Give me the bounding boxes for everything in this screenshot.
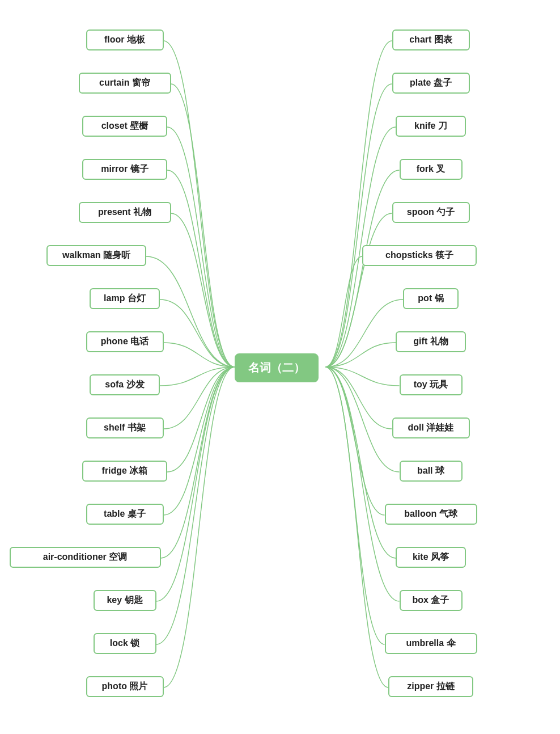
node-plate: plate 盘子 [392, 73, 470, 94]
node-umbrella: umbrella 伞 [385, 633, 477, 654]
node-chopsticks: chopsticks 筷子 [362, 245, 477, 266]
node-table: table 桌子 [86, 504, 164, 525]
node-fork: fork 叉 [400, 159, 463, 180]
node-present: present 礼物 [79, 202, 171, 223]
node-air-conditioner: air-conditioner 空调 [10, 547, 161, 568]
node-sofa: sofa 沙发 [90, 374, 160, 395]
node-chart: chart 图表 [392, 29, 470, 50]
node-photo: photo 照片 [86, 676, 164, 697]
node-ball: ball 球 [400, 461, 463, 482]
center-node: 名词（二） [235, 353, 319, 382]
node-phone: phone 电话 [86, 331, 164, 352]
node-closet: closet 壁橱 [82, 116, 167, 137]
node-kite: kite 风筝 [396, 547, 466, 568]
node-knife: knife 刀 [396, 116, 466, 137]
node-curtain: curtain 窗帘 [79, 73, 171, 94]
node-doll: doll 洋娃娃 [392, 417, 470, 438]
node-zipper: zipper 拉链 [388, 676, 473, 697]
node-spoon: spoon 勺子 [392, 202, 470, 223]
node-walkman: walkman 随身听 [46, 245, 146, 266]
node-box: box 盒子 [400, 590, 463, 611]
node-floor: floor 地板 [86, 29, 164, 50]
node-gift: gift 礼物 [396, 331, 466, 352]
node-mirror: mirror 镜子 [82, 159, 167, 180]
node-key: key 钥匙 [94, 590, 156, 611]
node-shelf: shelf 书架 [86, 417, 164, 438]
node-pot: pot 锅 [403, 288, 459, 309]
node-lamp: lamp 台灯 [90, 288, 160, 309]
node-lock: lock 锁 [94, 633, 156, 654]
node-balloon: balloon 气球 [385, 504, 477, 525]
mindmap-canvas: 名词（二） floor 地板curtain 窗帘closet 壁橱mirror … [0, 0, 560, 734]
node-fridge: fridge 冰箱 [82, 461, 167, 482]
node-toy: toy 玩具 [400, 374, 463, 395]
